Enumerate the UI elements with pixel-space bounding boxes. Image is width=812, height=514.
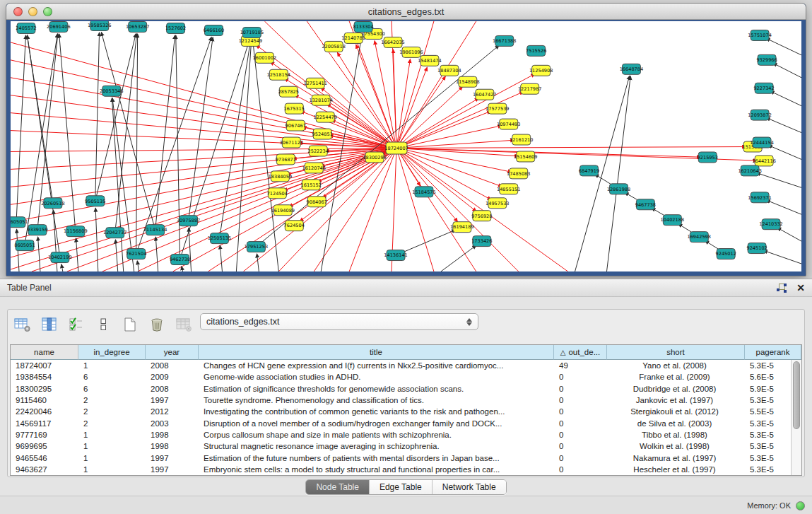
table-row[interactable]: 977716911998Corpus callosum shape and si… [11,429,801,440]
graph-node[interactable]: 16194189 [450,222,474,233]
graph-node[interactable]: 30975887 [177,216,201,226]
graph-node[interactable]: 15751074 [748,30,772,40]
graph-node[interactable]: 22005818 [322,41,346,52]
graph-node[interactable]: 18487304 [437,65,461,76]
graph-node[interactable]: 20053346 [100,86,124,96]
column-header-in-degree[interactable]: in_degree [78,345,146,360]
graph-node[interactable]: 14855151 [497,184,521,194]
graph-node[interactable]: 12444154 [750,137,774,148]
table-row[interactable]: 1830029562008Estimation of significance … [11,383,801,395]
graph-node[interactable]: 9505135 [85,196,105,206]
graph-node[interactable]: 19861096 [399,47,423,57]
graph-node[interactable]: 15692371 [748,192,772,203]
window-titlebar[interactable]: citations_edges.txt [6,4,806,20]
graph-node[interactable]: 19585326 [88,21,112,30]
graph-node[interactable]: 9462738 [170,255,190,265]
graph-node[interactable]: 12254479 [313,112,337,122]
vertical-scrollbar[interactable] [791,360,801,475]
graph-node[interactable]: 10974493 [497,119,521,129]
graph-node[interactable]: 12861988 [607,184,631,194]
graph-node[interactable]: 16671388 [493,35,517,46]
graph-node[interactable]: 12505135 [208,233,232,244]
table-row[interactable]: 2242004622012Investigating the contribut… [11,406,801,417]
graph-node[interactable]: 15481474 [418,55,442,66]
graph-node[interactable]: 20260518 [41,198,65,209]
graph-node[interactable]: 10719185 [240,27,264,37]
show-columns-icon[interactable] [40,315,59,334]
graph-node[interactable]: 16648784 [620,64,644,74]
graph-node[interactable]: 17485083 [507,168,531,179]
graph-node[interactable]: 16047427 [473,89,497,100]
network-graph-canvas[interactable]: 1872400718300295121245491600100212518154… [11,21,801,271]
column-header-pagerank[interactable]: pagerank [745,345,801,360]
graph-node[interactable]: 16442116 [752,156,776,166]
graph-node[interactable]: 10402199 [48,252,72,263]
graph-node[interactable]: 11548908 [456,76,480,87]
column-header-year[interactable]: year [146,345,199,360]
close-panel-icon[interactable]: ✕ [796,283,805,293]
graph-node[interactable]: 12751411 [303,78,327,88]
column-header-short[interactable]: short [607,345,745,360]
graph-node[interactable]: 16120746 [302,163,326,173]
graph-node[interactable]: 18724007 [384,142,408,154]
graph-node[interactable]: 15154609 [514,151,538,162]
graph-node[interactable]: 12042737 [103,228,127,238]
graph-node[interactable]: 9215953 [698,152,718,163]
graph-node[interactable]: 28605051 [11,217,28,228]
graph-node[interactable]: 17577539 [486,103,510,114]
graph-node[interactable]: 12217987 [518,83,542,94]
import-table-icon[interactable] [175,315,193,334]
graph-node[interactable]: 1527602 [165,23,186,33]
graph-node[interactable]: 15184575 [412,187,436,197]
table-selector-dropdown[interactable]: citations_edges.txt [200,313,478,330]
row-height-icon[interactable] [94,315,112,334]
select-rows-icon[interactable] [67,315,86,334]
graph-node[interactable]: 16942598 [688,232,712,243]
graph-node[interactable]: 18300295 [363,152,387,163]
graph-node[interactable]: 12093872 [748,110,772,120]
graph-node[interactable]: 13281074 [309,95,333,105]
graph-node[interactable]: 1675315 [284,103,305,114]
column-header-name[interactable]: name [11,345,78,360]
graph-node[interactable]: 1733426 [471,236,492,247]
table-row[interactable]: 946362711997Embryonic stem cells: a mode… [11,464,801,475]
table-row[interactable]: 911546021997Tourette syndrome. Phenomeno… [11,395,801,406]
graph-node[interactable]: 9245102 [746,243,767,254]
delete-table-icon[interactable] [148,315,166,334]
graph-node[interactable]: 9524851 [312,129,333,139]
graph-node[interactable]: 7515526 [526,45,546,56]
graph-node[interactable]: 9067467 [286,120,306,131]
table-row[interactable]: 946554611997Estimation of the future num… [11,452,801,463]
graph-node[interactable]: 1615152 [301,180,322,190]
graph-node[interactable]: 18384059 [269,171,293,182]
graph-node[interactable]: 10653287 [126,21,150,32]
graph-node[interactable]: 9467738 [635,199,656,210]
graph-node[interactable]: 16194089 [271,205,295,216]
graph-node[interactable]: 11156809 [64,226,88,237]
graph-node[interactable]: 2405572 [16,23,36,33]
graph-node[interactable]: 7124504 [267,188,288,199]
graph-node[interactable]: 2522234 [308,146,329,156]
graph-node[interactable]: 9339159 [27,225,47,235]
graph-node[interactable]: 16210643 [738,165,762,176]
graph-node[interactable]: 6466160 [204,25,224,35]
graph-node[interactable]: 17951253 [245,242,269,252]
graph-node[interactable]: 12410332 [759,219,783,230]
graph-node[interactable]: 11254908 [529,65,553,76]
table-options-icon[interactable] [13,315,32,334]
graph-node[interactable]: 8605051 [14,240,35,251]
graph-node[interactable]: 30671123 [280,137,304,148]
graph-node[interactable]: 16642035 [381,37,405,47]
scrollbar-thumb[interactable] [793,361,800,429]
graph-node[interactable]: 10402188 [661,215,685,226]
table-row[interactable]: 1938455462009Genome-wide association stu… [11,371,801,382]
graph-node[interactable]: 9756928 [471,211,492,221]
float-panel-icon[interactable] [777,284,787,293]
graph-node[interactable]: 9736871 [276,154,296,165]
graph-node[interactable]: 9084067 [307,197,327,207]
graph-node[interactable]: 8133304 [353,21,373,32]
tab-network-table[interactable]: Network Table [433,480,506,494]
graph-node[interactable]: 21145134 [143,225,167,235]
citation-network-graph[interactable]: 1872400718300295121245491600100212518154… [11,21,801,271]
graph-node[interactable]: 7621504 [126,249,146,259]
